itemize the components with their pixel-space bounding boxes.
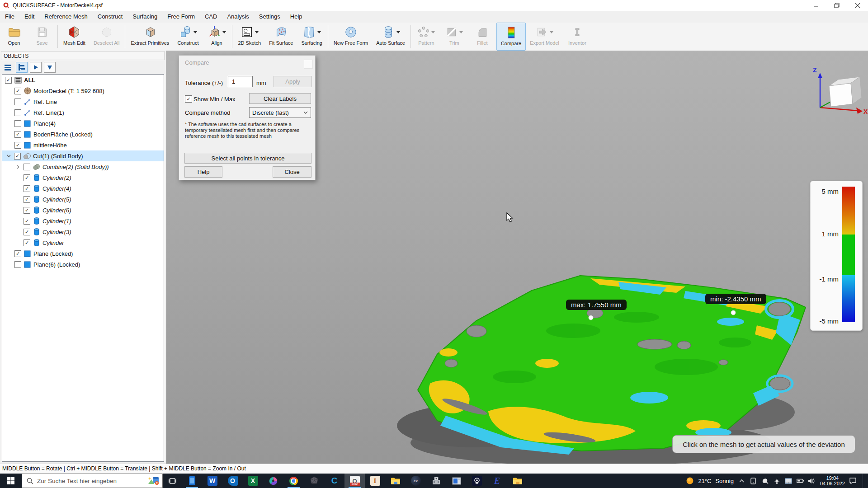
taskbar-search-input[interactable]: Zur Suche Text hier eingeben — [22, 474, 163, 488]
taskbar-scanner-app[interactable] — [426, 474, 446, 488]
taskbar-remote-window[interactable] — [446, 474, 467, 488]
menu-item-file[interactable]: File — [0, 11, 19, 23]
tree-item-cylinder[interactable]: ✓ Cylinder — [2, 237, 164, 248]
taskbar-c-app[interactable]: C — [324, 474, 344, 488]
tree-item-combine-2[interactable]: Combine(2) (Solid Body)) — [2, 161, 164, 172]
expand-collapsed-icon[interactable] — [15, 165, 21, 169]
menu-item-cad[interactable]: CAD — [200, 11, 222, 23]
fillet-button[interactable]: Fillet — [468, 23, 496, 51]
checkbox[interactable]: ✓ — [5, 77, 12, 84]
show-minmax-checkbox[interactable]: ✓ — [185, 95, 192, 103]
taskbar-excel[interactable]: X — [243, 474, 263, 488]
tray-tablet-icon[interactable] — [750, 477, 757, 485]
select-all-points-button[interactable]: Select all points in tolerance — [184, 153, 311, 164]
collapse-expanded-icon[interactable] — [5, 155, 12, 157]
close-button[interactable] — [847, 0, 868, 11]
close-dialog-button[interactable]: Close — [273, 166, 311, 178]
taskbar-exscan[interactable]: ex — [406, 474, 426, 488]
checkbox[interactable]: ✓ — [14, 88, 21, 94]
checkbox[interactable]: ✓ — [14, 250, 21, 257]
taskbar-quicksurface[interactable]: Q 2022 — [344, 474, 365, 488]
menu-item-analysis[interactable]: Analysis — [222, 11, 254, 23]
extract-primitives-button[interactable]: Extract Primitives — [127, 23, 173, 51]
trim-button[interactable]: Trim — [440, 23, 468, 51]
taskbar-webcam-app[interactable] — [467, 474, 487, 488]
taskbar-word[interactable]: W — [202, 474, 222, 488]
tree-item-cylinder-2[interactable]: ✓ Cylinder(2) — [2, 172, 164, 183]
menu-item-help[interactable]: Help — [285, 11, 307, 23]
tree-item-cylinder-4[interactable]: ✓ Cylinder(4) — [2, 183, 164, 194]
construct-button[interactable]: Construct — [173, 23, 203, 51]
tray-airplane-mode-icon[interactable] — [773, 477, 781, 485]
tree-item-ref-line[interactable]: Ref. Line — [2, 96, 164, 107]
auto-surface-dropdown-icon[interactable] — [396, 31, 400, 33]
tree-item-cylinder-1[interactable]: ✓ Cylinder(1) — [2, 216, 164, 226]
list-view-icon[interactable] — [2, 62, 14, 73]
tree-item-plane-locked[interactable]: ✓ Plane (Locked) — [2, 248, 164, 259]
save-button[interactable]: Save — [28, 23, 56, 51]
menu-item-settings[interactable]: Settings — [254, 11, 285, 23]
checkbox[interactable]: ✓ — [14, 142, 21, 149]
restore-button[interactable] — [826, 0, 847, 11]
tree-item-mittlerehoehe[interactable]: ✓ mittlereHöhe — [2, 140, 164, 150]
pattern-button[interactable]: Pattern — [412, 23, 440, 51]
minimize-button[interactable] — [806, 0, 826, 11]
checkbox[interactable]: ✓ — [14, 153, 21, 160]
checkbox[interactable] — [14, 109, 21, 116]
taskbar-design-app[interactable] — [263, 474, 283, 488]
tree-view-icon[interactable] — [16, 62, 28, 73]
checkbox[interactable]: ✓ — [24, 239, 30, 246]
start-button[interactable] — [0, 474, 22, 488]
tree-item-cylinder-5[interactable]: ✓ Cylinder(5) — [2, 194, 164, 205]
checkbox[interactable]: ✓ — [24, 185, 30, 192]
checkbox[interactable] — [14, 120, 21, 127]
align-dropdown-icon[interactable] — [222, 31, 226, 33]
checkbox[interactable]: ✓ — [24, 207, 30, 214]
menu-item-edit[interactable]: Edit — [19, 11, 39, 23]
deselect-all-button[interactable]: Deselect All — [90, 23, 123, 51]
weather-condition[interactable]: Sonnig — [715, 478, 733, 484]
surfacing-button[interactable]: Surfacing — [297, 23, 326, 51]
tree-item-cylinder-6[interactable]: ✓ Cylinder(6) — [2, 205, 164, 216]
apply-button[interactable]: Apply — [274, 76, 312, 87]
checkbox[interactable] — [14, 99, 21, 105]
tree-item-ref-line-1[interactable]: Ref. Line(1) — [2, 107, 164, 118]
construct-dropdown-icon[interactable] — [193, 31, 197, 33]
tree-item-all[interactable]: ✓ ALL — [2, 75, 164, 85]
compare-method-dropdown[interactable]: Discrete (fast) — [249, 107, 311, 118]
search-highlights-icon[interactable] — [148, 476, 160, 486]
action-center-icon[interactable] — [849, 477, 857, 485]
taskbar-your-phone[interactable] — [182, 474, 202, 488]
menu-item-surfacing[interactable]: Surfacing — [127, 11, 162, 23]
surfacing-dropdown-icon[interactable] — [317, 31, 321, 33]
help-button[interactable]: Help — [184, 166, 222, 178]
taskbar-file-explorer[interactable] — [385, 474, 406, 488]
task-view-button[interactable] — [163, 474, 182, 488]
taskbar-inventor[interactable]: I — [365, 474, 385, 488]
checkbox[interactable]: ✓ — [24, 174, 30, 181]
new-free-form-button[interactable]: New Free Form — [330, 23, 372, 51]
auto-surface-button[interactable]: Auto Surface — [372, 23, 409, 51]
tree-item-cut-1[interactable]: ✓ Cut(1) (Solid Body) — [2, 150, 164, 161]
checkbox[interactable]: ✓ — [24, 196, 30, 203]
taskbar-chrome[interactable] — [283, 474, 304, 488]
tree-item-motordeckel[interactable]: ✓ MotorDeckel (T: 1 592 608) — [2, 85, 164, 96]
fit-surface-button[interactable]: Fit Surface — [265, 23, 297, 51]
tree-item-bodenflaeche[interactable]: ✓ BodenFläche (Locked) — [2, 129, 164, 140]
inventor-button[interactable]: Inventor — [563, 23, 591, 51]
tray-battery-icon[interactable] — [797, 477, 804, 485]
weather-sun-icon[interactable] — [686, 477, 694, 485]
weather-temperature[interactable]: 21°C — [698, 478, 711, 484]
checkbox[interactable] — [24, 164, 30, 170]
filter-icon[interactable] — [44, 62, 56, 73]
taskbar-mesh-viewer[interactable] — [304, 474, 324, 488]
tolerance-input[interactable] — [228, 76, 253, 87]
align-button[interactable]: Align — [203, 23, 231, 51]
taskbar-outlook[interactable]: O — [222, 474, 243, 488]
export-model-button[interactable]: Export Model — [526, 23, 563, 51]
tree-item-cylinder-3[interactable]: ✓ Cylinder(3) — [2, 226, 164, 237]
open-button[interactable]: Open — [0, 23, 28, 51]
expand-all-icon[interactable] — [30, 62, 42, 73]
2d-sketch-dropdown-icon[interactable] — [255, 31, 259, 33]
checkbox[interactable]: ✓ — [24, 218, 30, 225]
